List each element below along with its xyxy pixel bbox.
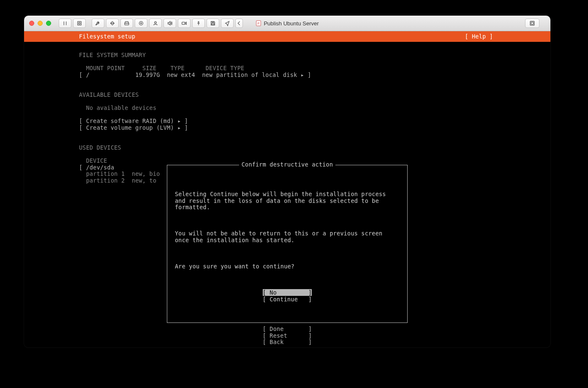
footer-buttons: [ Done ] [ Reset ] [ Back ] <box>24 326 550 346</box>
titlebar: P Publish Ubuntu Server <box>24 16 550 31</box>
wrench-icon[interactable] <box>92 19 104 28</box>
user-icon[interactable] <box>149 19 162 28</box>
continue-button[interactable]: [ Continue ] <box>263 296 312 303</box>
no-button[interactable]: [ No ] <box>263 289 312 296</box>
installer-header: Filesystem setup [ Help ] <box>24 31 550 42</box>
svg-rect-12 <box>531 22 533 24</box>
help-button[interactable]: [ Help ] <box>465 33 493 40</box>
close-icon[interactable] <box>29 21 34 26</box>
dialog-text-1: Selecting Continue below will begin the … <box>175 191 400 211</box>
camera-icon[interactable] <box>178 19 191 28</box>
app-icon: P <box>256 20 261 26</box>
done-button[interactable]: [ Done ] <box>263 325 312 332</box>
svg-text:P: P <box>258 22 260 25</box>
resize-icon[interactable] <box>106 19 119 28</box>
reset-button[interactable]: [ Reset ] <box>263 332 312 339</box>
chevron-left-icon[interactable] <box>235 19 243 28</box>
usb-icon[interactable] <box>192 19 205 28</box>
available-none: No available devices <box>79 104 156 111</box>
svg-rect-7 <box>212 23 214 25</box>
create-raid-button[interactable]: [ Create software RAID (md) ▸ ] <box>79 117 188 124</box>
fs-summary-row[interactable]: [ / 19.997G new ext4 new partition of lo… <box>79 71 311 78</box>
svg-point-3 <box>139 22 143 25</box>
used-partition-2: partition 2 new, to <box>79 177 156 184</box>
svg-rect-0 <box>78 22 82 25</box>
svg-rect-9 <box>256 21 261 26</box>
share-icon[interactable] <box>221 19 234 28</box>
svg-rect-8 <box>212 22 214 23</box>
cd-icon[interactable] <box>135 19 147 28</box>
vm-window: P Publish Ubuntu Server Filesystem setup… <box>24 16 550 347</box>
screen-title: Filesystem setup <box>79 33 135 40</box>
used-heading: USED DEVICES <box>79 144 121 151</box>
window-controls <box>29 21 51 26</box>
dialog-title: Confirm destructive action <box>167 161 407 168</box>
sound-icon[interactable] <box>163 19 176 28</box>
fs-summary-heading: FILE SYSTEM SUMMARY <box>79 52 146 58</box>
terminal: Filesystem setup [ Help ] FILE SYSTEM SU… <box>24 31 550 347</box>
dialog-text-2: You will not be able to return to this o… <box>175 230 400 243</box>
used-partition-1: partition 1 new, bio <box>79 170 160 177</box>
zoom-icon[interactable] <box>46 21 51 26</box>
used-columns: DEVICE <box>79 157 107 164</box>
hdd-icon[interactable] <box>120 19 133 28</box>
dialog-text-3: Are you sure you want to continue? <box>175 263 400 270</box>
available-heading: AVAILABLE DEVICES <box>79 91 139 98</box>
svg-point-1 <box>79 22 80 24</box>
svg-point-5 <box>155 22 156 23</box>
create-lvm-button[interactable]: [ Create volume group (LVM) ▸ ] <box>79 124 188 131</box>
floppy-icon[interactable] <box>207 19 219 28</box>
fullscreen-icon[interactable] <box>525 19 539 28</box>
snapshot-button[interactable] <box>73 19 86 28</box>
used-device-row[interactable]: [ /dev/sda <box>79 164 114 171</box>
confirm-dialog: Confirm destructive action Selecting Con… <box>167 165 408 323</box>
svg-rect-11 <box>530 21 534 25</box>
minimize-icon[interactable] <box>38 21 43 26</box>
svg-rect-6 <box>182 22 185 24</box>
svg-point-4 <box>141 23 142 24</box>
fs-summary-columns: MOUNT POINT SIZE TYPE DEVICE TYPE <box>79 65 244 71</box>
back-button[interactable]: [ Back ] <box>263 339 312 345</box>
pause-button[interactable] <box>59 19 71 28</box>
